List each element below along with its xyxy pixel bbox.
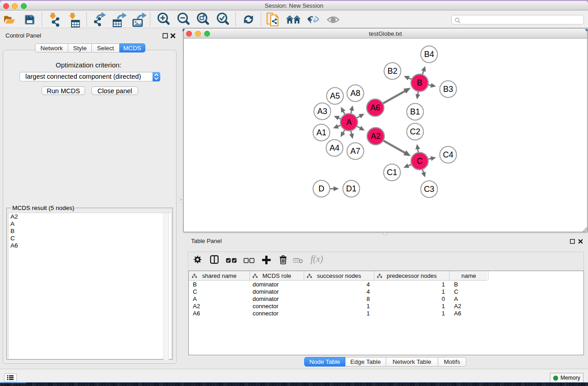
svg-text:B3: B3 xyxy=(443,85,453,94)
svg-text:D: D xyxy=(319,184,325,193)
svg-text:A3: A3 xyxy=(317,107,327,116)
svg-text:B2: B2 xyxy=(387,67,397,76)
svg-text:A1: A1 xyxy=(316,128,326,137)
svg-text:C1: C1 xyxy=(387,168,397,177)
svg-text:A2: A2 xyxy=(371,132,381,141)
svg-text:A6: A6 xyxy=(370,103,380,112)
svg-text:C3: C3 xyxy=(424,185,434,194)
svg-text:A5: A5 xyxy=(330,91,340,100)
svg-text:A8: A8 xyxy=(350,89,360,98)
svg-text:D1: D1 xyxy=(346,184,356,193)
svg-text:B4: B4 xyxy=(424,50,434,59)
svg-text:A4: A4 xyxy=(330,143,339,152)
svg-text:A: A xyxy=(346,118,352,127)
svg-text:C2: C2 xyxy=(410,127,420,136)
svg-text:A7: A7 xyxy=(350,147,360,156)
svg-text:C: C xyxy=(417,157,423,166)
svg-text:B: B xyxy=(417,78,422,87)
svg-text:B1: B1 xyxy=(410,107,420,116)
svg-text:C4: C4 xyxy=(443,150,453,159)
